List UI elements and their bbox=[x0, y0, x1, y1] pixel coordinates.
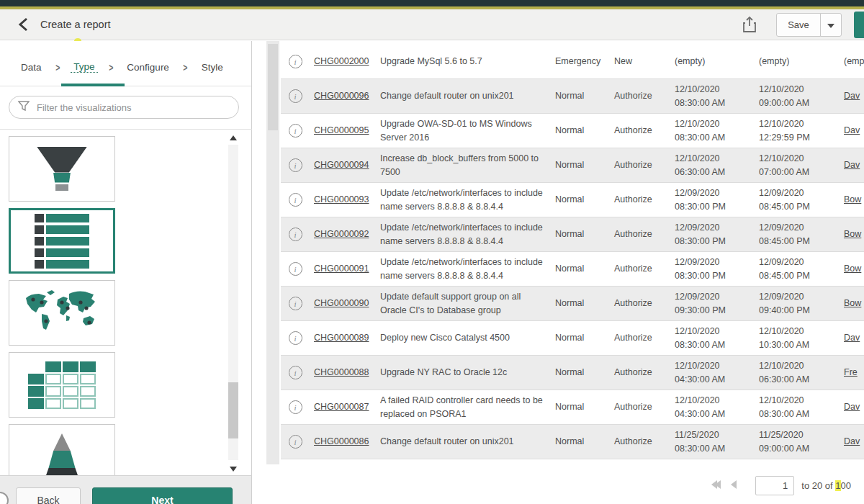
table-row: i CHG0000093 Update /etc/network/interfa… bbox=[281, 183, 864, 217]
info-circle-icon[interactable]: i bbox=[289, 193, 302, 207]
visualization-scrollbar bbox=[228, 132, 240, 473]
table-scrollbar-thumb[interactable] bbox=[268, 44, 278, 130]
assignee-link[interactable]: Dav bbox=[844, 402, 860, 412]
change-state: Authorize bbox=[614, 294, 675, 312]
change-type: Normal bbox=[555, 397, 614, 416]
change-number-link[interactable]: CHG0000091 bbox=[314, 264, 369, 274]
planned-start-date: 12/09/2020 08:30:00 PM bbox=[675, 184, 759, 215]
short-description: Increase db_block_buffers from 5000 to 7… bbox=[380, 149, 555, 181]
viz-thumbnail-heatmap[interactable] bbox=[9, 352, 115, 418]
table-vertical-scrollbar[interactable] bbox=[266, 41, 279, 464]
active-step-underline bbox=[61, 84, 125, 86]
breadcrumb-separator: > bbox=[109, 61, 113, 73]
change-number-link[interactable]: CHG0000086 bbox=[314, 436, 369, 446]
first-page-button[interactable] bbox=[712, 479, 722, 492]
assignee-link[interactable]: Bow bbox=[844, 194, 861, 204]
change-state: Authorize bbox=[614, 432, 675, 451]
info-circle-icon[interactable]: i bbox=[289, 435, 302, 449]
planned-end-date: 12/09/2020 08:45:00 PM bbox=[759, 184, 844, 215]
change-number-link[interactable]: CHG0000095 bbox=[314, 125, 369, 135]
short-description: Update /etc/network/interfaces to includ… bbox=[380, 253, 555, 284]
info-circle-icon[interactable]: i bbox=[289, 297, 302, 310]
breadcrumb-step-data[interactable]: Data bbox=[18, 62, 45, 73]
page-number-input[interactable] bbox=[755, 476, 794, 495]
viz-thumbnail-pyramid[interactable] bbox=[9, 424, 115, 475]
change-state: Authorize bbox=[614, 225, 675, 243]
table-row: i CHG0000091 Update /etc/network/interfa… bbox=[281, 252, 864, 287]
change-number-link[interactable]: CHG0000094 bbox=[314, 160, 369, 170]
info-circle-icon[interactable]: i bbox=[289, 331, 302, 345]
change-type: Normal bbox=[555, 156, 614, 174]
info-circle-icon[interactable]: i bbox=[289, 89, 302, 103]
back-button[interactable] bbox=[13, 15, 33, 35]
change-type: Normal bbox=[555, 432, 614, 451]
planned-start-date: 12/10/2020 08:30:00 AM bbox=[675, 80, 759, 112]
planned-end-date: 12/10/2020 07:00:00 AM bbox=[759, 149, 844, 181]
change-number-link[interactable]: CHG0000089 bbox=[314, 333, 369, 343]
change-number-link[interactable]: CHG0000092 bbox=[314, 229, 369, 239]
change-type: Normal bbox=[555, 225, 614, 243]
short-description: A failed RAID controller card needs to b… bbox=[380, 391, 555, 423]
table-row: i CHG0000087 A failed RAID controller ca… bbox=[281, 390, 864, 425]
pagination-range-text: to 20 of 100 bbox=[801, 480, 851, 491]
planned-start-date: 12/09/2020 08:30:00 PM bbox=[675, 253, 759, 284]
change-number-link[interactable]: CHG0002000 bbox=[314, 56, 369, 66]
change-type: Normal bbox=[555, 259, 614, 278]
report-type-panel: Data > Type > Configure > Style bbox=[0, 41, 252, 475]
assignee-link[interactable]: Bow bbox=[844, 264, 861, 274]
assignee-link[interactable]: Bow bbox=[844, 229, 861, 239]
pyramid-chart-icon bbox=[32, 433, 92, 475]
save-button[interactable]: Save bbox=[776, 13, 821, 37]
table-rows: i CHG0002000 Upgrade MySql 5.6 to 5.7 Em… bbox=[281, 45, 864, 459]
previous-page-button[interactable] bbox=[729, 479, 738, 492]
scroll-up-button[interactable] bbox=[229, 132, 238, 140]
assignee-link[interactable]: Fre bbox=[844, 367, 858, 377]
change-records-table: i CHG0002000 Upgrade MySql 5.6 to 5.7 Em… bbox=[253, 41, 864, 504]
info-circle-icon[interactable]: i bbox=[289, 228, 302, 241]
highlighted-digit: 1 bbox=[835, 480, 840, 491]
assignee-link[interactable]: Dav bbox=[844, 333, 860, 343]
info-circle-icon[interactable]: i bbox=[289, 55, 302, 68]
breadcrumb-step-style[interactable]: Style bbox=[199, 62, 226, 73]
assignee-link[interactable]: Dav bbox=[844, 160, 860, 170]
help-circle-icon[interactable] bbox=[0, 492, 9, 504]
viz-thumbnail-world-map[interactable] bbox=[9, 280, 115, 346]
save-dropdown-button[interactable] bbox=[820, 13, 842, 37]
assignee-link[interactable]: Dav bbox=[844, 436, 860, 446]
change-number-link[interactable]: CHG0000088 bbox=[314, 367, 369, 377]
scrollbar-thumb[interactable] bbox=[228, 382, 238, 438]
assignee-link[interactable]: Bow bbox=[844, 298, 861, 308]
visualization-filter-input[interactable] bbox=[37, 102, 224, 113]
breadcrumb-step-configure[interactable]: Configure bbox=[124, 62, 172, 73]
wizard-next-button[interactable]: Next bbox=[92, 487, 233, 504]
scroll-down-button[interactable] bbox=[229, 463, 238, 472]
info-circle-icon[interactable]: i bbox=[289, 366, 302, 379]
planned-start-date: 12/09/2020 08:30:00 PM bbox=[675, 218, 759, 250]
breadcrumb-step-type[interactable]: Type bbox=[71, 61, 97, 73]
scroll-down-arrow-icon bbox=[230, 467, 237, 472]
change-state: Authorize bbox=[614, 86, 675, 105]
planned-end-date: 12/09/2020 08:45:00 PM bbox=[759, 253, 844, 284]
assignee-link[interactable]: Dav bbox=[844, 91, 860, 101]
wizard-back-button[interactable]: Back bbox=[16, 487, 81, 504]
planned-end-date: 12/10/2020 10:30:00 AM bbox=[759, 322, 844, 354]
info-circle-icon[interactable]: i bbox=[289, 158, 302, 172]
change-type: Normal bbox=[555, 86, 614, 105]
viz-thumbnail-funnel[interactable] bbox=[9, 136, 115, 202]
change-type: Normal bbox=[555, 190, 614, 209]
change-number-link[interactable]: CHG0000087 bbox=[314, 402, 369, 412]
assignee-link[interactable]: Dav bbox=[844, 125, 860, 135]
info-circle-icon[interactable]: i bbox=[289, 400, 302, 414]
breadcrumb-separator: > bbox=[183, 61, 187, 73]
change-number-link[interactable]: CHG0000090 bbox=[314, 298, 369, 308]
share-export-button[interactable] bbox=[739, 14, 760, 36]
breadcrumb-separator: > bbox=[55, 61, 60, 73]
info-circle-icon[interactable]: i bbox=[289, 262, 302, 276]
viz-thumbnail-bar-list[interactable] bbox=[9, 208, 115, 274]
change-number-link[interactable]: CHG0000093 bbox=[314, 194, 369, 204]
run-button-partial[interactable] bbox=[854, 12, 864, 38]
previous-page-icon bbox=[731, 480, 737, 491]
change-number-link[interactable]: CHG0000096 bbox=[314, 91, 369, 101]
first-page-icon bbox=[714, 480, 721, 491]
info-circle-icon[interactable]: i bbox=[289, 124, 302, 138]
